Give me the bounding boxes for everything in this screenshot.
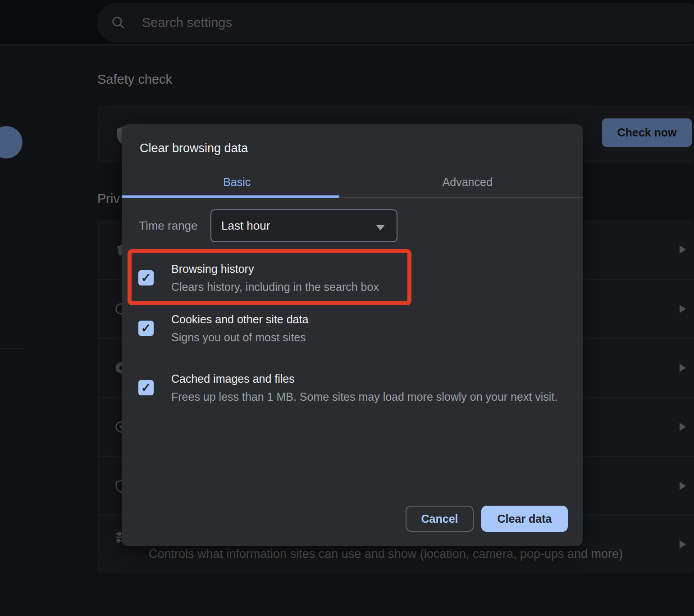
active-tab-underline xyxy=(122,195,339,198)
cookies-checkbox[interactable]: ✓ xyxy=(138,321,154,336)
dialog-title: Clear browsing data xyxy=(140,141,248,155)
tab-basic[interactable]: Basic xyxy=(122,168,352,196)
cached-images-title: Cached images and files xyxy=(171,370,568,388)
time-range-label: Time range xyxy=(139,219,198,233)
cookies-title: Cookies and other site data xyxy=(171,310,568,328)
cached-images-subtitle: Frees up less than 1 MB. Some sites may … xyxy=(171,388,568,406)
tab-advanced[interactable]: Advanced xyxy=(352,168,583,196)
clear-data-button[interactable]: Clear data xyxy=(481,506,568,532)
clear-browsing-data-dialog: Clear browsing data Basic Advanced Time … xyxy=(122,124,583,546)
cancel-button[interactable]: Cancel xyxy=(406,506,474,532)
time-range-value: Last hour xyxy=(221,219,270,233)
cached-images-row: ✓ Cached images and files Frees up less … xyxy=(138,357,568,418)
chevron-down-icon xyxy=(376,225,385,231)
cached-images-checkbox[interactable]: ✓ xyxy=(138,380,154,395)
highlight-annotation-box xyxy=(128,249,411,305)
cookies-subtitle: Signs you out of most sites xyxy=(171,328,568,346)
time-range-select[interactable]: Last hour xyxy=(210,209,397,242)
dialog-tabs: Basic Advanced xyxy=(122,168,583,196)
cookies-row: ✓ Cookies and other site data Signs you … xyxy=(138,308,568,349)
